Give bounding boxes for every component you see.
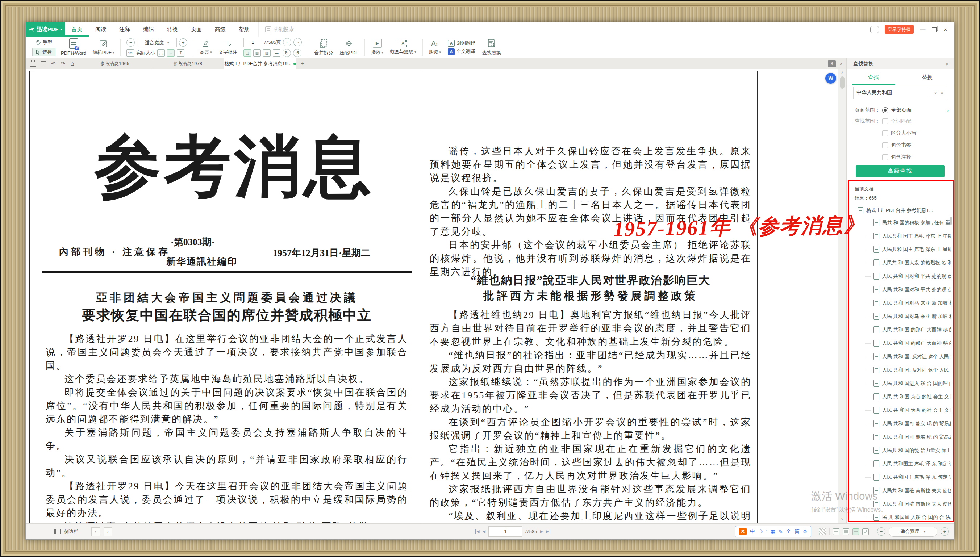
fit-width-select[interactable]: 适合宽度 ▾ xyxy=(889,526,937,537)
search-result-item[interactable]: 人民 共 和国 为首 的社 会主 义 阵营 xyxy=(865,390,951,404)
ime-pen-icon[interactable]: ✎ xyxy=(779,529,783,534)
search-result-item[interactable]: 人民共和 国主 席毛 泽东 上 星期 三 xyxy=(865,243,951,256)
tab-replace[interactable]: 替换 xyxy=(900,69,954,85)
zoom-in-button[interactable]: + xyxy=(179,38,187,47)
search-result-item[interactable]: 人民共 和 国的统 治力量实 际上 达 到 xyxy=(865,444,951,457)
menu-item-convert[interactable]: 转换 xyxy=(160,22,184,37)
doc-tab-1[interactable]: 参考消息1965 xyxy=(78,58,151,69)
search-result-item[interactable]: 人民 共和国主 席毛 泽 东 预定 访问华 xyxy=(865,471,951,484)
tab-find[interactable]: 查找 xyxy=(847,69,900,85)
full-translate-button[interactable]: A 全文翻译 xyxy=(448,48,475,55)
zoom-out-button[interactable]: − xyxy=(877,527,885,536)
ime-toolbar[interactable]: S 中 ☽ ’ ▦ ✎ 全 简 ⚙ xyxy=(735,526,811,537)
search-result-item[interactable]: 人民 共和 国可 能实 现 的 贸易总 额 xyxy=(865,417,951,430)
search-result-item[interactable]: 民 共 和国加 入联 合 国的 合 法权利 xyxy=(865,511,951,521)
statusbar-page-input[interactable] xyxy=(488,526,522,537)
function-search[interactable]: 功能搜索 xyxy=(258,22,300,37)
rotate-left-button[interactable]: ↺ xyxy=(293,49,302,57)
app-logo[interactable]: 迅读PDF ▾ xyxy=(26,22,65,37)
search-result-item[interactable]: 人民共和 国主 席毛 泽东 上 星期 三 xyxy=(865,229,951,243)
two-page-view-button[interactable]: ▥ xyxy=(253,49,261,57)
login-button[interactable]: 登录享特权 xyxy=(885,25,914,34)
search-input[interactable] xyxy=(854,90,930,96)
ribbon-page-input[interactable] xyxy=(243,37,262,47)
snapshot-extract-button[interactable]: A 截图与提取▾ xyxy=(390,40,416,55)
advanced-search-button[interactable]: 高级查找 xyxy=(856,165,945,177)
ime-moon-icon[interactable]: ☽ xyxy=(758,529,763,534)
play-button[interactable]: ▶ 播放▾ xyxy=(371,39,383,56)
vertical-scrollbar[interactable]: ∧ ∨ xyxy=(838,69,846,524)
prev-page-button[interactable]: ◀ xyxy=(482,529,485,534)
history-back-button[interactable]: ‹ xyxy=(91,527,100,536)
search-result-item[interactable]: 人民共 和 国人发 的热烈祝 贺 和最大 xyxy=(865,256,951,269)
include-annotations-checkbox[interactable] xyxy=(882,154,888,160)
ime-fullwidth[interactable]: 全 xyxy=(786,528,791,535)
ime-punct-icon[interactable]: ’ xyxy=(766,529,767,534)
read-aloud-button[interactable]: A)) 朗读▾ xyxy=(429,39,441,55)
doc-tab-3-active[interactable]: 格式工厂PDF合并 参考消息19... xyxy=(224,58,296,69)
search-result-item[interactable]: 人民 共和 国; 反对让 这个 人民 共和 xyxy=(865,350,951,363)
menu-item-page[interactable]: 页面 xyxy=(184,22,208,37)
whole-word-checkbox[interactable] xyxy=(882,119,888,124)
panel-close-icon[interactable]: × xyxy=(946,61,949,67)
text-note-button[interactable]: 文字批注 xyxy=(219,39,237,55)
search-result-item[interactable]: 人民 共和 国对和 平共 处的观 点已为 xyxy=(865,283,951,296)
two-continuous-layout-button[interactable] xyxy=(862,528,869,535)
fit-width-button[interactable]: ·· xyxy=(167,49,174,57)
all-pages-radio[interactable] xyxy=(882,107,888,113)
count-badge[interactable]: 3 xyxy=(828,60,836,67)
ime-settings-icon[interactable]: ⚙ xyxy=(803,529,807,534)
print-icon[interactable] xyxy=(30,62,36,67)
hand-tool-button[interactable]: 手型 xyxy=(32,38,55,47)
menu-item-home[interactable]: 首页 xyxy=(65,22,89,37)
zoom-level-select[interactable]: 适合宽度▾ xyxy=(137,38,177,47)
search-next-icon[interactable]: ∨ xyxy=(934,91,937,95)
scroll-down-icon[interactable]: ∨ xyxy=(841,517,844,521)
search-result-item[interactable]: 人民 共和 国 的那广 大而神 秘 的土地 xyxy=(865,336,951,350)
ime-keyboard-icon[interactable]: ▦ xyxy=(771,529,775,534)
continuous-view-button[interactable]: ▬ xyxy=(273,49,280,57)
menu-item-edit[interactable]: 编辑 xyxy=(137,22,160,37)
edit-pdf-button[interactable]: 编辑PDF▾ xyxy=(93,39,114,56)
scrollbar-thumb[interactable] xyxy=(840,77,845,89)
search-result-item[interactable]: 民共 和 国的积极 参加 , 任何 重 要 的 xyxy=(865,216,951,229)
ime-mode[interactable]: 中 xyxy=(750,528,755,535)
menu-item-advanced[interactable]: 高级 xyxy=(208,22,232,37)
scroll-up-icon[interactable]: ∧ xyxy=(841,70,844,75)
pdf-to-word-button[interactable]: W PDF转Word xyxy=(61,38,86,57)
menu-item-annotate[interactable]: 注释 xyxy=(113,22,137,37)
fit-page-button[interactable]: ⋮⋮ xyxy=(157,49,165,57)
minimize-button[interactable]: — xyxy=(920,26,926,33)
highlight-button[interactable]: 高亮▾ xyxy=(200,39,212,55)
sidebar-toggle-icon[interactable] xyxy=(54,529,60,534)
menu-item-read[interactable]: 阅读 xyxy=(89,22,113,37)
next-page-button[interactable]: › xyxy=(294,38,302,46)
first-page-button[interactable]: ◀ xyxy=(475,529,479,534)
maximize-button[interactable] xyxy=(932,27,936,32)
last-page-button[interactable]: ▶ xyxy=(546,529,550,534)
search-result-item[interactable]: 人民 共和 国可 能实 现 的 贸易总 额 xyxy=(865,430,951,444)
ime-logo-icon[interactable]: S xyxy=(739,528,747,535)
find-replace-button[interactable]: 查找替换 xyxy=(482,39,501,56)
search-result-item[interactable]: 人民 共和国主 席毛 泽 东 预定 访问华 xyxy=(865,457,951,471)
fit-text-button[interactable]: T xyxy=(177,49,184,57)
search-result-item[interactable]: 人民 共和 国对马 来亚 新 加坡 和 婆罗 xyxy=(865,296,951,309)
actual-size-icon[interactable]: 1:1 xyxy=(126,49,134,57)
feedback-chat-icon[interactable] xyxy=(870,26,879,33)
word-translate-button[interactable]: A 划词翻译 xyxy=(448,40,475,47)
single-page-view-button[interactable]: ▤ xyxy=(243,49,251,57)
panel-scrollbar-thumb[interactable] xyxy=(949,217,952,225)
history-forward-button[interactable]: › xyxy=(104,527,112,536)
search-prev-icon[interactable]: ∧ xyxy=(941,91,943,95)
new-tab-button[interactable]: + xyxy=(296,58,309,69)
merge-split-button[interactable]: 合并拆分 xyxy=(314,39,333,56)
page-range-expand-icon[interactable]: › xyxy=(947,107,949,113)
pdf-to-word-fab[interactable]: W xyxy=(825,73,836,84)
close-button[interactable]: × xyxy=(942,26,949,33)
menu-item-help[interactable]: 帮助 xyxy=(232,22,256,37)
search-result-item[interactable]: 人民 共和 国 的那广 大而神 秘 的土地 xyxy=(865,323,951,336)
compress-pdf-button[interactable]: 压缩PDF xyxy=(339,39,358,56)
include-bookmarks-checkbox[interactable] xyxy=(882,142,888,148)
rotate-right-button[interactable]: ↻ xyxy=(282,49,291,57)
home-icon[interactable]: ⌂ xyxy=(70,60,74,67)
